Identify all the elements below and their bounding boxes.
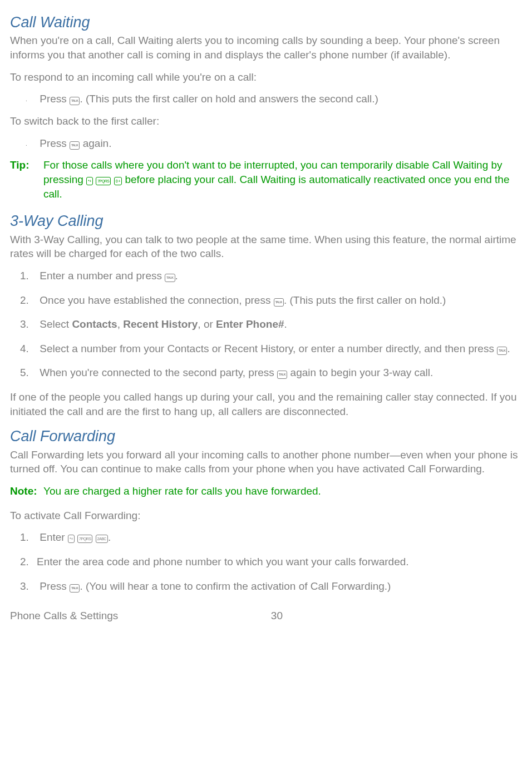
seven-key-icon: 7PQRS (77, 535, 92, 543)
star-key-icon: *+ (68, 535, 75, 543)
talk-key-icon: TALK (497, 347, 507, 355)
cw-respond-label: To respond to an incoming call while you… (10, 70, 522, 85)
list-item: Enter a number and press TALK. (37, 269, 522, 283)
footer-section: Phone Calls & Settings (10, 609, 118, 623)
talk-key-icon: TALK (274, 298, 284, 307)
list-item: Enter the area code and phone number to … (37, 555, 522, 569)
tip-text: For those calls where you don't want to … (43, 158, 522, 201)
two-key-icon: 2ABC (96, 535, 108, 543)
cw-intro: When you're on a call, Call Waiting aler… (10, 33, 522, 62)
note-text: You are charged a higher rate for calls … (43, 484, 522, 498)
list-item: Select Contacts, Recent History, or Ente… (37, 317, 522, 332)
cf-intro: Call Forwarding lets you forward all you… (10, 448, 522, 476)
tw-steps: Enter a number and press TALK. Once you … (10, 269, 522, 380)
talk-key-icon: TALK (277, 371, 287, 379)
talk-key-icon: TALK (70, 97, 80, 105)
talk-key-icon: TALK (70, 584, 80, 593)
note-label: Note: (10, 484, 43, 498)
cw-switch-list: Press TALK again. (10, 136, 522, 151)
list-item: Press TALK. (You will hear a tone to con… (37, 579, 522, 594)
talk-key-icon: TALK (70, 141, 80, 150)
star-key-icon: *+ (86, 177, 93, 185)
heading-3way: 3-Way Calling (10, 211, 522, 231)
heading-call-forwarding: Call Forwarding (10, 426, 522, 446)
talk-key-icon: TALK (165, 274, 175, 282)
page-footer: Phone Calls & Settings 30 (10, 609, 522, 623)
tip-label: Tip: (10, 158, 43, 201)
list-item: Once you have established the connection… (37, 293, 522, 308)
list-item: Press TALK again. (37, 136, 522, 151)
heading-call-waiting: Call Waiting (10, 12, 522, 32)
cf-steps: Enter *+ 7PQRS 2ABC. Enter the area code… (10, 530, 522, 593)
cw-respond-list: Press TALK. (This puts the first caller … (10, 92, 522, 106)
seven-key-icon: 7PQRS (96, 177, 111, 185)
cf-activate-label: To activate Call Forwarding: (10, 509, 522, 523)
list-item: Press TALK. (This puts the first caller … (37, 92, 522, 106)
tip-block: Tip: For those calls where you don't wan… (10, 158, 522, 201)
list-item: Select a number from your Contacts or Re… (37, 342, 522, 356)
cw-switch-label: To switch back to the first caller: (10, 114, 522, 129)
list-item: When you're connected to the second part… (37, 366, 522, 380)
list-item: Enter *+ 7PQRS 2ABC. (37, 530, 522, 545)
zero-key-icon: 0 + (114, 177, 122, 185)
tw-intro: With 3-Way Calling, you can talk to two … (10, 233, 522, 261)
note-block: Note: You are charged a higher rate for … (10, 484, 522, 498)
page-number: 30 (271, 609, 283, 623)
tw-outro: If one of the people you called hangs up… (10, 390, 522, 418)
